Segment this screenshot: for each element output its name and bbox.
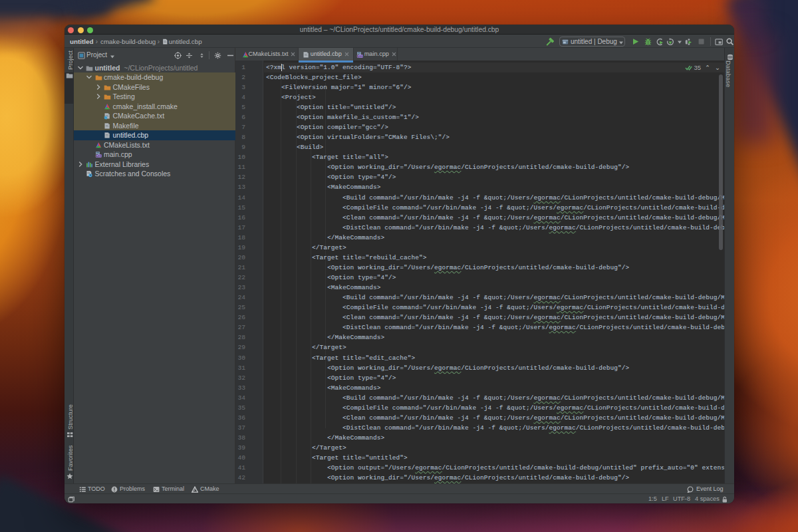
svg-text:C++: C++ [95,154,101,158]
svg-text:C++: C++ [356,55,362,58]
